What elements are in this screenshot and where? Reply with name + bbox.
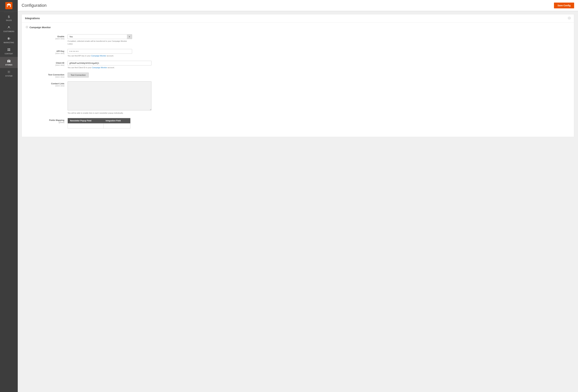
form-row-fields-mapping: Fields Mapping [global] Newsletter Popup… — [26, 118, 570, 129]
enable-hint: If enabled, collected emails will be tra… — [68, 40, 132, 45]
client-id-field-col: You can find Client ID in your Campaign … — [68, 61, 151, 69]
sidebar: $ SALES CUSTOMERS MARKETING — [0, 0, 18, 392]
test-connection-button[interactable]: Test Connection — [68, 73, 89, 78]
magento-logo-icon — [5, 2, 12, 9]
enable-select[interactable]: Yes No — [68, 34, 132, 39]
client-id-hint: You can find Client ID in your Campaign … — [68, 66, 151, 69]
page-title: Configuration — [22, 3, 47, 8]
section-title: Campaign Monitor — [30, 26, 51, 29]
client-id-label-col: Client ID [store view] — [26, 61, 68, 66]
fields-mapping-label: Fields Mapping — [26, 119, 64, 121]
form-row-test-connection: Test Connection [store view] Test Connec… — [26, 73, 570, 78]
save-config-button[interactable]: Save Config — [554, 2, 574, 8]
stores-icon — [7, 59, 11, 63]
sidebar-item-sales-label: SALES — [6, 19, 12, 21]
sidebar-divider — [4, 12, 14, 12]
sidebar-item-system-label: SYSTEM — [5, 75, 12, 77]
sidebar-item-content-label: CONTENT — [5, 53, 13, 55]
contact-lists-hint: You will be able to enable lists in each… — [68, 112, 151, 114]
fields-mapping-table: Newsletter Popup Field Integration Field — [68, 118, 131, 129]
svg-rect-5 — [9, 48, 10, 49]
enable-sub-label: [store view] — [26, 38, 64, 40]
marketing-icon — [7, 37, 10, 41]
panel-title: Integrations — [25, 17, 40, 20]
contact-lists-label-col: Contact Lists [store view] — [26, 81, 68, 87]
campaign-monitor-header: Campaign Monitor — [26, 26, 570, 31]
mapping-cell-left — [68, 124, 103, 129]
api-key-sub-label: [store view] — [26, 52, 64, 54]
sidebar-item-sales[interactable]: $ SALES — [0, 13, 18, 24]
mapping-col-integration-field: Integration Field — [103, 118, 130, 124]
enable-label: Enable — [26, 35, 64, 38]
sidebar-item-marketing-label: MARKETING — [3, 42, 14, 44]
sidebar-item-stores-label: STORES — [5, 64, 12, 66]
mapping-col-popup-field: Newsletter Popup Field — [68, 118, 103, 124]
sidebar-logo — [0, 0, 18, 11]
client-id-input[interactable] — [68, 61, 151, 65]
mapping-row-empty — [68, 124, 131, 129]
svg-point-10 — [8, 71, 9, 72]
contact-lists-field-col: You will be able to enable lists in each… — [68, 81, 151, 114]
form-row-enable: Enable [store view] Yes No ▼ I — [26, 34, 570, 45]
page-header: Configuration Save Config — [18, 0, 578, 11]
api-key-input[interactable] — [68, 49, 132, 54]
form-row-contact-lists: Contact Lists [store view] You will be a… — [26, 81, 570, 114]
svg-point-11 — [568, 17, 571, 19]
api-key-label-col: API Key [store view] — [26, 49, 68, 54]
sales-icon: $ — [8, 15, 10, 19]
panel-body: Campaign Monitor Enable [store view] Yes — [22, 23, 574, 137]
api-key-hint: You can find API key in your Campaign Mo… — [68, 54, 132, 57]
panel-header[interactable]: Integrations — [22, 14, 574, 23]
panel-collapse-icon[interactable] — [568, 17, 571, 20]
sidebar-item-content[interactable]: CONTENT — [0, 46, 18, 57]
form-row-client-id: Client ID [store view] You can find Clie… — [26, 61, 570, 69]
sidebar-item-customers-label: CUSTOMERS — [3, 31, 14, 32]
api-key-hint-before: You can find API key in your — [68, 55, 91, 57]
system-icon — [7, 70, 10, 74]
svg-point-12 — [26, 26, 28, 28]
svg-rect-6 — [7, 50, 9, 51]
integrations-panel: Integrations — [22, 14, 574, 137]
svg-rect-4 — [7, 48, 9, 49]
client-id-hint-after: account. — [107, 67, 115, 69]
test-connection-label-col: Test Connection [store view] — [26, 73, 68, 78]
enable-select-wrapper: Yes No ▼ — [68, 34, 132, 39]
test-connection-label: Test Connection — [26, 74, 64, 76]
content-icon — [7, 48, 10, 52]
fields-mapping-sub-label: [global] — [26, 121, 64, 123]
enable-field-col: Yes No ▼ If enabled, collected emails wi… — [68, 34, 132, 45]
svg-rect-7 — [9, 50, 10, 51]
form-row-api-key: API Key [store view] You can find API ke… — [26, 49, 570, 57]
fields-mapping-field-col: Newsletter Popup Field Integration Field — [68, 118, 151, 129]
api-key-hint-after: account. — [106, 55, 114, 57]
svg-rect-9 — [8, 61, 9, 62]
client-id-hint-before: You can find Client ID in your — [68, 67, 92, 69]
mapping-cell-right — [103, 124, 130, 129]
client-id-sub-label: [store view] — [26, 64, 64, 66]
main-content: Configuration Save Config Integrations — [18, 0, 578, 392]
api-key-label: API Key — [26, 50, 64, 52]
contact-lists-sub-label: [store view] — [26, 85, 64, 87]
sidebar-item-customers[interactable]: CUSTOMERS — [0, 24, 18, 35]
sidebar-item-system[interactable]: SYSTEM — [0, 68, 18, 79]
api-key-field-col: You can find API key in your Campaign Mo… — [68, 49, 132, 57]
sidebar-item-stores[interactable]: STORES — [0, 57, 18, 68]
fields-mapping-label-col: Fields Mapping [global] — [26, 118, 68, 123]
contact-lists-textarea[interactable] — [68, 81, 151, 110]
client-id-hint-link[interactable]: Campaign Monitor — [92, 67, 107, 69]
customers-icon — [7, 26, 10, 30]
client-id-label: Client ID — [26, 62, 64, 64]
test-connection-sub-label: [store view] — [26, 76, 64, 78]
sidebar-item-marketing[interactable]: MARKETING — [0, 35, 18, 46]
section-collapse-icon[interactable] — [26, 26, 28, 29]
svg-point-3 — [9, 38, 10, 39]
page-body: Integrations — [18, 11, 578, 392]
enable-label-col: Enable [store view] — [26, 34, 68, 40]
test-connection-field-col: Test Connection — [68, 73, 132, 78]
svg-marker-2 — [8, 37, 9, 40]
contact-lists-label: Contact Lists — [26, 82, 64, 85]
api-key-hint-link[interactable]: Campaign Monitor — [91, 55, 106, 57]
